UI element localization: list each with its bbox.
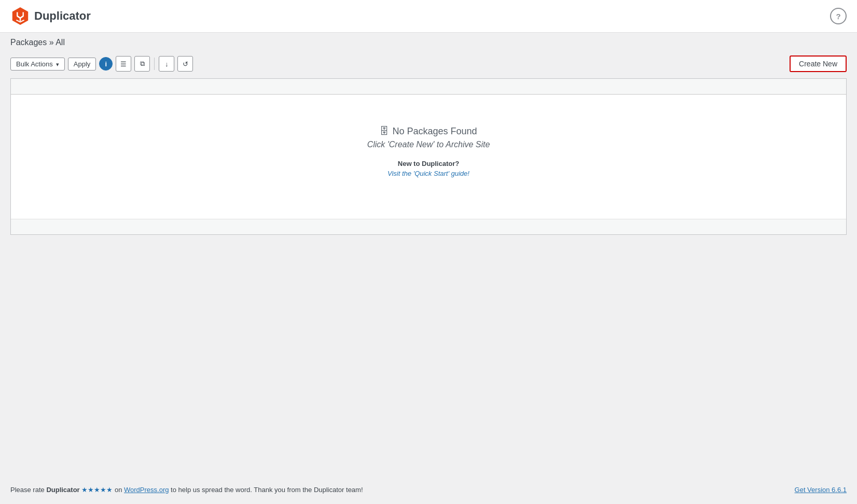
toolbar-separator: [154, 58, 155, 70]
main-content: 🗄 No Packages Found Click 'Create New' t…: [10, 78, 847, 235]
reset-icon: ↺: [183, 60, 188, 68]
footer-text: Please rate Duplicator ★★★★★ on WordPres…: [10, 486, 363, 494]
copy-icon: ⧉: [140, 60, 145, 68]
info-button[interactable]: i: [99, 57, 113, 71]
rating-stars[interactable]: ★★★★★: [81, 486, 113, 494]
help-icon: ?: [836, 12, 840, 21]
download-button[interactable]: ↓: [159, 56, 174, 72]
breadcrumb: Packages » All: [0, 33, 857, 51]
toolbar: Bulk Actions Apply i ☰ ⧉ ↓ ↺ Create New: [0, 51, 857, 78]
apply-button[interactable]: Apply: [68, 58, 96, 71]
filter-button[interactable]: ☰: [116, 56, 131, 72]
toolbar-left: Bulk Actions Apply i ☰ ⧉ ↓ ↺: [10, 56, 193, 72]
empty-title: 🗄 No Packages Found: [21, 126, 836, 137]
filter-icon: ☰: [120, 60, 127, 68]
duplicator-logo-icon: [10, 6, 30, 26]
table-footer-row: [11, 219, 846, 234]
apply-label: Apply: [74, 60, 91, 68]
page-footer: Please rate Duplicator ★★★★★ on WordPres…: [0, 475, 857, 504]
get-version-link[interactable]: Get Version 6.6.1: [795, 486, 847, 494]
chevron-down-icon: [56, 60, 59, 68]
arrow-down-icon: ↓: [165, 60, 169, 68]
bulk-actions-button[interactable]: Bulk Actions: [10, 58, 65, 71]
logo-text: Duplicator: [34, 9, 91, 23]
copy-button[interactable]: ⧉: [134, 56, 150, 72]
help-button[interactable]: ?: [830, 8, 847, 24]
empty-state-icon: 🗄: [380, 126, 389, 137]
info-icon: i: [105, 60, 107, 68]
empty-subtitle: Click 'Create New' to Archive Site: [21, 140, 836, 149]
new-to-label: New to Duplicator?: [21, 160, 836, 167]
packages-table: 🗄 No Packages Found Click 'Create New' t…: [11, 94, 846, 219]
logo-area: Duplicator: [10, 6, 91, 26]
reset-button[interactable]: ↺: [177, 56, 193, 72]
wordpress-org-link[interactable]: WordPress.org: [124, 486, 169, 494]
create-new-label: Create New: [799, 60, 837, 68]
header: Duplicator ?: [0, 0, 857, 33]
empty-state: 🗄 No Packages Found Click 'Create New' t…: [11, 95, 846, 219]
quick-start-link[interactable]: Visit the 'Quick Start' guide!: [388, 170, 469, 177]
create-new-button[interactable]: Create New: [790, 55, 847, 72]
table-header-row: [11, 79, 846, 94]
bulk-actions-label: Bulk Actions: [16, 60, 53, 68]
